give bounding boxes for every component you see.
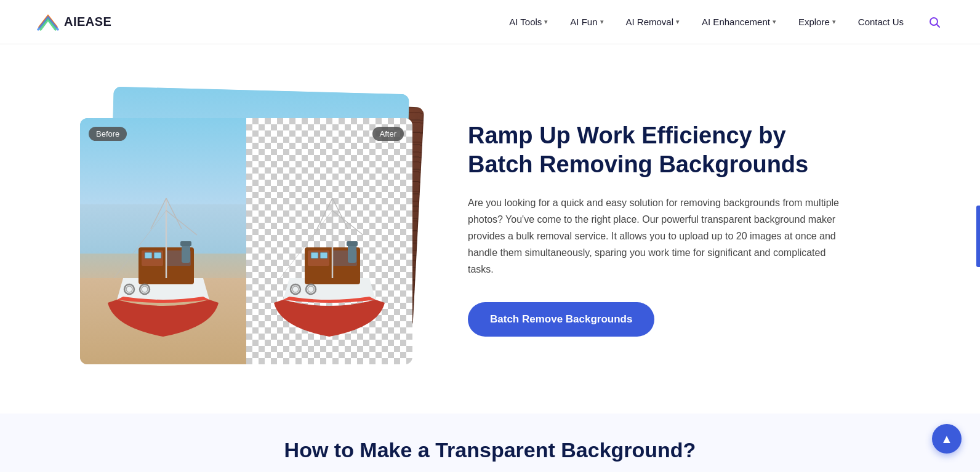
hero-image-stack: Before bbox=[74, 81, 431, 377]
svg-line-14 bbox=[166, 210, 197, 235]
contact-us-link[interactable]: Contact Us bbox=[858, 17, 904, 27]
bottom-section: How to Make a Transparent Background? bbox=[0, 414, 980, 472]
brand-name: AIEASE bbox=[64, 15, 111, 29]
svg-line-30 bbox=[332, 210, 363, 235]
before-label: Before bbox=[89, 127, 127, 141]
nav-item-ai-fun[interactable]: AI Fun ▾ bbox=[570, 17, 603, 27]
svg-rect-22 bbox=[320, 252, 327, 258]
boat-after-svg bbox=[262, 180, 397, 364]
main-nav: AI Tools ▾ AI Fun ▾ AI Removal ▾ AI Enha… bbox=[509, 14, 943, 31]
svg-line-12 bbox=[166, 198, 182, 229]
bottom-title: How to Make a Transparent Background? bbox=[49, 438, 931, 462]
svg-rect-15 bbox=[182, 244, 190, 263]
chevron-down-icon: ▾ bbox=[544, 18, 548, 26]
svg-rect-32 bbox=[347, 241, 358, 246]
svg-line-1 bbox=[937, 24, 940, 27]
before-panel: Before bbox=[80, 118, 246, 364]
svg-rect-16 bbox=[180, 241, 191, 246]
search-button[interactable] bbox=[926, 14, 943, 31]
hero-content: Ramp Up Work Efficiency by Batch Removin… bbox=[468, 121, 849, 337]
cta-button[interactable]: Batch Remove Backgrounds bbox=[468, 302, 654, 337]
after-panel: After bbox=[246, 118, 412, 364]
nav-item-ai-removal[interactable]: AI Removal ▾ bbox=[626, 17, 680, 27]
right-accent-bar bbox=[976, 206, 980, 267]
nav-item-explore[interactable]: Explore ▾ bbox=[798, 17, 836, 27]
chevron-down-icon: ▾ bbox=[832, 18, 836, 26]
svg-rect-21 bbox=[311, 252, 318, 258]
header: AIEASE AI Tools ▾ AI Fun ▾ AI Removal ▾ … bbox=[0, 0, 980, 44]
chevron-down-icon: ▾ bbox=[600, 18, 604, 26]
nav-item-ai-tools[interactable]: AI Tools ▾ bbox=[509, 17, 548, 27]
before-after-card: Before bbox=[80, 118, 412, 364]
nav-item-ai-enhancement[interactable]: AI Enhancement ▾ bbox=[702, 17, 776, 27]
svg-line-28 bbox=[332, 198, 348, 229]
scroll-to-top-button[interactable]: ▲ bbox=[932, 424, 962, 454]
chevron-down-icon: ▾ bbox=[773, 18, 776, 26]
hero-section: Before bbox=[0, 44, 980, 414]
after-label: After bbox=[372, 127, 404, 141]
search-icon bbox=[928, 16, 941, 28]
svg-rect-31 bbox=[348, 244, 356, 263]
svg-rect-6 bbox=[154, 252, 161, 258]
svg-rect-5 bbox=[145, 252, 152, 258]
hero-title: Ramp Up Work Efficiency by Batch Removin… bbox=[468, 121, 849, 180]
chevron-down-icon: ▾ bbox=[676, 18, 680, 26]
boat-before-svg bbox=[95, 180, 231, 364]
hero-description: Are you looking for a quick and easy sol… bbox=[468, 194, 849, 278]
logo[interactable]: AIEASE bbox=[37, 14, 111, 31]
chevron-up-icon: ▲ bbox=[941, 432, 953, 446]
logo-icon bbox=[37, 14, 59, 31]
